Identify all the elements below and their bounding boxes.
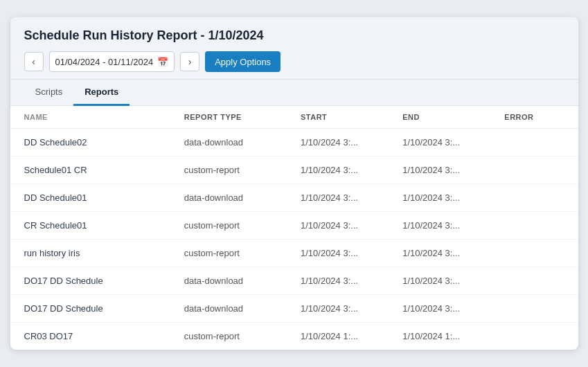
col-header-start: START (287, 106, 389, 129)
cell-end: 1/10/2024 1:... (389, 323, 490, 350)
cell-error (490, 156, 578, 184)
date-range-container: 01/04/2024 - 01/11/2024 📅 (49, 51, 175, 72)
cell-start: 1/10/2024 3:... (287, 212, 389, 240)
cell-report-type: data-download (170, 129, 287, 156)
cell-start: 1/10/2024 3:... (287, 240, 389, 267)
col-header-name: NAME (10, 106, 170, 129)
cell-end: 1/10/2024 3:... (389, 156, 490, 184)
table-wrapper: NAME REPORT TYPE START END ERROR DD Sche… (10, 106, 578, 350)
cell-error (490, 240, 578, 267)
cell-name: DD Schedule01 (10, 184, 170, 212)
cell-error (490, 129, 578, 156)
table-row[interactable]: CR Schedule01 custom-report 1/10/2024 3:… (10, 212, 578, 240)
cell-name: DD Schedule02 (10, 129, 170, 156)
tab-bar: Scripts Reports (10, 80, 578, 106)
cell-report-type: custom-report (170, 323, 287, 350)
table-header: NAME REPORT TYPE START END ERROR (10, 106, 578, 129)
cell-error (490, 323, 578, 350)
tab-reports[interactable]: Reports (73, 80, 130, 106)
table-row[interactable]: DO17 DD Schedule data-download 1/10/2024… (10, 267, 578, 295)
cell-report-type: custom-report (170, 156, 287, 184)
cell-start: 1/10/2024 3:... (287, 295, 389, 323)
cell-end: 1/10/2024 3:... (389, 267, 490, 295)
cell-start: 1/10/2024 3:... (287, 156, 389, 184)
page-title: Schedule Run History Report - 1/10/2024 (24, 28, 564, 43)
toolbar: ‹ 01/04/2024 - 01/11/2024 📅 › Apply Opti… (24, 51, 564, 72)
cell-name: Schedule01 CR (10, 156, 170, 184)
table-row[interactable]: Schedule01 CR custom-report 1/10/2024 3:… (10, 156, 578, 184)
apply-options-button[interactable]: Apply Options (205, 51, 280, 72)
table-row[interactable]: DD Schedule02 data-download 1/10/2024 3:… (10, 129, 578, 156)
cell-end: 1/10/2024 3:... (389, 184, 490, 212)
col-header-report-type: REPORT TYPE (170, 106, 287, 129)
table-row[interactable]: run history iris custom-report 1/10/2024… (10, 240, 578, 267)
cell-report-type: data-download (170, 267, 287, 295)
tab-scripts[interactable]: Scripts (24, 80, 74, 106)
cell-error (490, 295, 578, 323)
date-range-text: 01/04/2024 - 01/11/2024 (55, 57, 154, 67)
cell-start: 1/10/2024 1:... (287, 323, 389, 350)
cell-start: 1/10/2024 3:... (287, 267, 389, 295)
cell-start: 1/10/2024 3:... (287, 184, 389, 212)
table-row[interactable]: DO17 DD Schedule data-download 1/10/2024… (10, 295, 578, 323)
card-header: Schedule Run History Report - 1/10/2024 … (10, 17, 578, 80)
cell-name: CR03 DO17 (10, 323, 170, 350)
cell-end: 1/10/2024 3:... (389, 212, 490, 240)
cell-end: 1/10/2024 3:... (389, 295, 490, 323)
table-row[interactable]: CR03 DO17 custom-report 1/10/2024 1:... … (10, 323, 578, 350)
cell-name: DO17 DD Schedule (10, 295, 170, 323)
prev-button[interactable]: ‹ (24, 52, 44, 71)
cell-end: 1/10/2024 3:... (389, 129, 490, 156)
main-card: Schedule Run History Report - 1/10/2024 … (10, 17, 578, 350)
cell-name: DO17 DD Schedule (10, 267, 170, 295)
col-header-end: END (389, 106, 490, 129)
cell-name: run history iris (10, 240, 170, 267)
col-header-error: ERROR (490, 106, 578, 129)
reports-table: NAME REPORT TYPE START END ERROR DD Sche… (10, 106, 578, 350)
cell-report-type: data-download (170, 184, 287, 212)
next-button[interactable]: › (180, 52, 199, 71)
calendar-icon[interactable]: 📅 (157, 57, 168, 67)
cell-name: CR Schedule01 (10, 212, 170, 240)
cell-report-type: data-download (170, 295, 287, 323)
cell-error (490, 212, 578, 240)
table-body: DD Schedule02 data-download 1/10/2024 3:… (10, 129, 578, 350)
cell-end: 1/10/2024 3:... (389, 240, 490, 267)
cell-error (490, 184, 578, 212)
cell-error (490, 267, 578, 295)
cell-report-type: custom-report (170, 240, 287, 267)
cell-report-type: custom-report (170, 212, 287, 240)
table-row[interactable]: DD Schedule01 data-download 1/10/2024 3:… (10, 184, 578, 212)
cell-start: 1/10/2024 3:... (287, 129, 389, 156)
